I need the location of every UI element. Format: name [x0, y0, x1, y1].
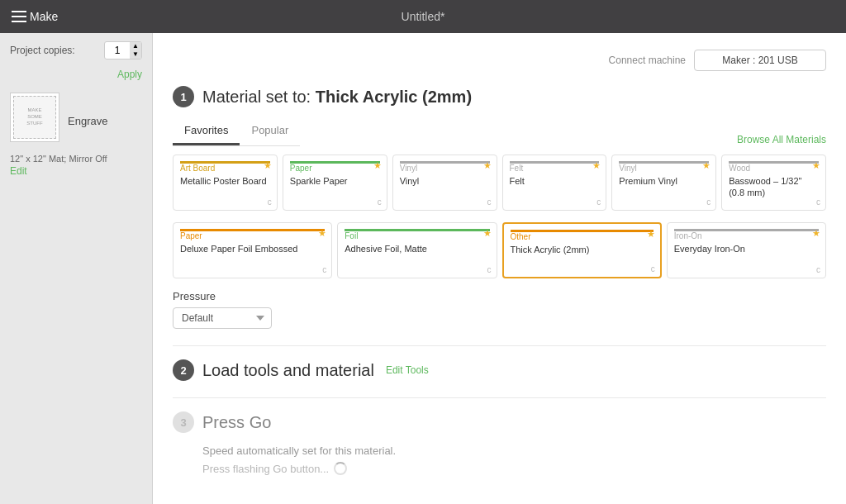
material-grid-row1: Art Board Metallic Poster Board ★ c Pape… — [173, 155, 826, 211]
browse-all-link[interactable]: Browse All Materials — [737, 129, 826, 145]
step3-header: 3 Press Go — [173, 411, 826, 433]
divider1 — [173, 345, 826, 346]
step1-title-plain: Material set to: — [202, 88, 311, 106]
tab-favorites[interactable]: Favorites — [173, 119, 240, 145]
material-c: c — [596, 197, 601, 207]
apply-btn-row: Apply — [10, 66, 142, 81]
material-card[interactable]: Paper Deluxe Paper Foil Embossed ★ c — [173, 222, 332, 278]
material-name: Felt — [510, 175, 600, 187]
star-icon: ★ — [812, 228, 820, 239]
step3-title: Press Go — [202, 413, 271, 432]
material-c: c — [322, 265, 326, 274]
material-c: c — [816, 265, 820, 274]
step1-title: Material set to: Thick Acrylic (2mm) — [202, 88, 472, 107]
star-icon: ★ — [702, 160, 711, 171]
material-name: Vinyl — [400, 175, 490, 187]
material-card[interactable]: Foil Adhesive Foil, Matte ★ c — [337, 222, 497, 278]
material-card[interactable]: Wood Basswood – 1/32" (0.8 mm) ★ c — [721, 155, 826, 211]
top-bar: Make Untitled* — [0, 0, 846, 33]
material-tabs: Favorites Popular — [173, 119, 300, 146]
material-card[interactable]: Iron-On Everyday Iron-On ★ c — [667, 222, 826, 278]
connect-machine-button[interactable]: Maker : 201 USB — [694, 50, 826, 71]
main-layout: Project copies: ▲ ▼ Apply MAKESOMESTUFF … — [0, 33, 846, 504]
copies-down-button[interactable]: ▼ — [130, 50, 141, 59]
material-name: Thick Acrylic (2mm) — [511, 244, 654, 255]
pressure-select[interactable]: Default Less More — [173, 307, 272, 329]
material-cat: Iron-On — [674, 229, 819, 240]
material-cat: Other — [511, 230, 654, 241]
spinner-icon — [334, 462, 347, 475]
copies-up-button[interactable]: ▲ — [130, 42, 141, 50]
step1-circle: 1 — [173, 86, 194, 107]
material-c: c — [268, 197, 272, 207]
material-name: Metallic Poster Board — [180, 175, 270, 187]
material-card[interactable]: Paper Sparkle Paper ★ c — [283, 155, 387, 211]
material-c: c — [816, 197, 820, 207]
sidebar: Project copies: ▲ ▼ Apply MAKESOMESTUFF … — [0, 33, 153, 504]
connect-label: Connect machine — [609, 55, 686, 66]
preview-text: MAKESOMESTUFF — [26, 107, 42, 126]
step2-title-row: Load tools and material Edit Tools — [202, 361, 429, 380]
edit-link[interactable]: Edit — [10, 165, 142, 177]
star-icon: ★ — [812, 160, 820, 171]
material-name: Deluxe Paper Foil Embossed — [180, 243, 325, 254]
step1-title-bold: Thick Acrylic (2mm) — [316, 88, 472, 106]
material-c: c — [706, 197, 711, 207]
project-copies-row: Project copies: ▲ ▼ — [10, 41, 142, 59]
material-card[interactable]: Vinyl Premium Vinyl ★ c — [611, 155, 716, 211]
material-cat: Felt — [510, 161, 600, 173]
step1-header: 1 Material set to: Thick Acrylic (2mm) — [173, 86, 826, 107]
pressure-label: Pressure — [173, 290, 826, 302]
material-cat: Paper — [290, 161, 380, 173]
material-cat: Vinyl — [619, 161, 709, 173]
material-tabs-row: Favorites Popular Browse All Materials — [173, 119, 826, 155]
pressure-section: Pressure Default Less More — [173, 290, 826, 329]
copies-arrows: ▲ ▼ — [130, 42, 141, 59]
step3-section: 3 Press Go Speed automatically set for t… — [173, 411, 826, 475]
material-card[interactable]: Other Thick Acrylic (2mm) ★ c — [502, 222, 662, 278]
divider2 — [173, 397, 826, 398]
material-grid-row2: Paper Deluxe Paper Foil Embossed ★ c Foi… — [173, 222, 826, 278]
copies-input[interactable] — [105, 45, 130, 56]
step1-section: 1 Material set to: Thick Acrylic (2mm) F… — [173, 86, 826, 329]
material-name: Premium Vinyl — [619, 175, 709, 187]
project-preview: MAKESOMESTUFF — [10, 93, 59, 142]
material-cat: Foil — [345, 229, 489, 240]
star-icon: ★ — [483, 228, 492, 239]
copies-input-wrap: ▲ ▼ — [104, 41, 142, 59]
go-text: Press flashing Go button... — [202, 463, 329, 475]
step2-title: Load tools and material — [202, 361, 374, 380]
step2-circle: 2 — [173, 359, 194, 381]
project-label: Engrave — [68, 115, 107, 127]
material-c: c — [651, 264, 655, 273]
step3-desc: Speed automatically set for this materia… — [202, 445, 826, 457]
star-icon: ★ — [318, 228, 326, 239]
menu-icon[interactable] — [12, 11, 26, 22]
material-c: c — [487, 265, 492, 274]
step2-header: 2 Load tools and material Edit Tools — [173, 359, 826, 381]
star-icon: ★ — [483, 160, 492, 171]
material-card[interactable]: Felt Felt ★ c — [502, 155, 607, 211]
material-cat: Art Board — [180, 161, 270, 173]
apply-button[interactable]: Apply — [117, 69, 142, 80]
material-name: Sparkle Paper — [290, 175, 380, 187]
material-card[interactable]: Art Board Metallic Poster Board ★ c — [173, 155, 278, 211]
step3-go: Press flashing Go button... — [202, 462, 826, 475]
mat-info: 12" x 12" Mat; Mirror Off — [10, 154, 142, 164]
star-icon: ★ — [592, 160, 601, 171]
material-name: Adhesive Foil, Matte — [345, 243, 489, 254]
material-name: Basswood – 1/32" (0.8 mm) — [729, 175, 819, 199]
material-name: Everyday Iron-On — [674, 243, 819, 254]
star-icon: ★ — [647, 229, 655, 240]
connect-row: Connect machine Maker : 201 USB — [173, 50, 826, 71]
material-card[interactable]: Vinyl Vinyl ★ c — [392, 155, 497, 211]
project-copies-label: Project copies: — [10, 45, 104, 56]
make-label: Make — [30, 10, 58, 23]
tab-popular[interactable]: Popular — [240, 119, 300, 145]
star-icon: ★ — [373, 160, 382, 171]
step2-section: 2 Load tools and material Edit Tools — [173, 359, 826, 381]
preview-inner: MAKESOMESTUFF — [13, 96, 56, 139]
sidebar-project-row: MAKESOMESTUFF Engrave — [10, 93, 142, 149]
edit-tools-link[interactable]: Edit Tools — [386, 364, 429, 376]
material-cat: Wood — [729, 161, 819, 173]
